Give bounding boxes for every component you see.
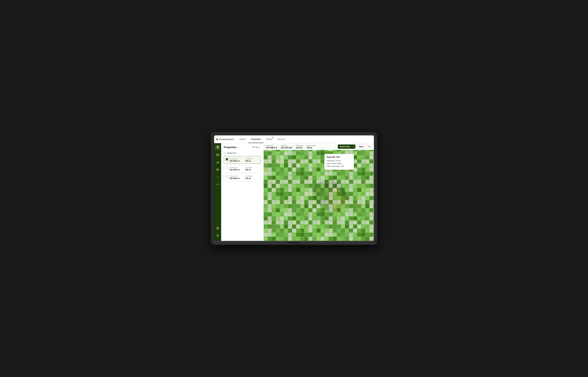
export-label: Export data: [338, 144, 352, 149]
property-id-label-1: Property ID: [230, 158, 243, 160]
sidebar-icon-trend[interactable]: [215, 182, 220, 187]
nav-tabs: Search Properties Basket Account: [237, 135, 288, 143]
screen: ✿ Forest Scout ® Search Properties Baske…: [214, 135, 374, 241]
svg-rect-1: [218, 154, 219, 155]
properties-title: Properties: [224, 146, 236, 149]
tab-search[interactable]: Search: [237, 135, 248, 143]
logo-area: ✿ Forest Scout ®: [216, 138, 237, 141]
stand-tooltip-stem-count: Stem count: 365/ha: [327, 162, 352, 165]
map-info-bar: Cadastral 316-408-5-3 Property 123-123-1…: [264, 143, 374, 150]
basket-badge: [272, 137, 274, 138]
laptop-notch: [288, 242, 300, 243]
property-list: Property ID Coverage 316-408-5-3 736 ha …: [221, 155, 264, 241]
property-id-value-3: 316-408-5-3: [230, 177, 243, 179]
filters-button[interactable]: Filters: [251, 145, 261, 149]
forest-area-label: Forest area: [307, 145, 315, 146]
filter-icon: [252, 146, 254, 148]
cadastral-value: 316-408-5-3: [266, 146, 277, 149]
sidebar-icons: [214, 143, 221, 241]
close-button[interactable]: ✕: [367, 144, 372, 149]
property-data-2: Property ID Coverage 316-408-5-3 736 ha: [230, 166, 259, 171]
stand-tooltip-title: Stand ID: 124: [327, 156, 352, 158]
property-data-3: Property ID Coverage 316-408-5-3 736 ha: [230, 175, 259, 179]
coverage-label-3: Coverage: [245, 175, 259, 177]
svg-rect-4: [217, 162, 217, 163]
svg-rect-3: [218, 155, 219, 156]
info-property: Property 123-123-123: [281, 145, 292, 149]
map-area[interactable]: Cadastral 316-408-5-3 Property 123-123-1…: [264, 143, 374, 241]
sidebar-icon-user[interactable]: [215, 233, 220, 238]
laptop-base: [214, 241, 374, 245]
svg-rect-0: [217, 154, 218, 155]
total-area-value: 123 ha: [296, 146, 303, 149]
property-checkbox-2[interactable]: [226, 167, 228, 169]
sidebar-icon-layers[interactable]: [215, 167, 220, 172]
sidebar-icon-grid[interactable]: [215, 153, 220, 157]
property-item-2[interactable]: Property ID Coverage 316-408-5-3 736 ha: [224, 165, 261, 172]
coverage-value-1: 736 ha: [245, 160, 259, 162]
select-all-checkbox[interactable]: [224, 152, 226, 154]
export-dropdown-arrow[interactable]: ▾: [352, 144, 355, 149]
properties-header: Properties Filters: [221, 143, 264, 151]
sidebar-icon-building[interactable]: [215, 226, 220, 231]
sidebar-icon-chart[interactable]: [215, 160, 220, 165]
property-id-value-1: 316-408-5-3: [230, 160, 243, 162]
select-all-label: Select all: [227, 152, 236, 154]
property-checkbox-3[interactable]: [226, 176, 228, 178]
svg-point-8: [217, 235, 218, 236]
app-title: Forest Scout ®: [219, 138, 234, 141]
property-id-value-2: 316-408-5-3: [230, 169, 243, 171]
tab-basket[interactable]: Basket: [264, 135, 275, 143]
property-data-1: Property ID Coverage 316-408-5-3 736 ha: [230, 158, 259, 162]
top-nav: ✿ Forest Scout ® Search Properties Baske…: [214, 135, 374, 143]
property-checkbox-1[interactable]: [226, 158, 228, 160]
tab-account[interactable]: Account: [275, 135, 288, 143]
property-label: Property: [281, 145, 292, 146]
divider: [218, 219, 218, 222]
properties-panel: Properties Filters Select all: [221, 143, 264, 241]
sidebar-icon-seedling[interactable]: [215, 175, 220, 179]
coverage-label-2: Coverage: [245, 166, 259, 168]
svg-rect-5: [218, 162, 218, 163]
tab-properties[interactable]: Properties: [248, 135, 264, 143]
map-actions: Export data ▾ Open ✕: [338, 144, 372, 149]
export-button[interactable]: Export data ▾: [338, 144, 355, 149]
property-id-label-2: Property ID: [230, 166, 243, 168]
stand-tooltip: Stand ID: 124 Total area: 123 ha Stem co…: [324, 154, 354, 170]
main-content: Properties Filters Select all: [214, 143, 374, 241]
svg-rect-2: [217, 155, 218, 156]
stand-tooltip-total-area: Total area: 123 ha: [327, 159, 352, 162]
info-forest-area: Forest area 89 ha: [307, 145, 315, 149]
map-canvas: [264, 143, 374, 241]
logo-icon: ✿: [216, 138, 218, 141]
info-cadastral: Cadastral 316-408-5-3: [266, 145, 277, 149]
coverage-value-2: 736 ha: [245, 169, 259, 171]
svg-rect-6: [218, 161, 219, 163]
forest-area-value: 89 ha: [307, 146, 315, 149]
total-area-label: Total area: [296, 145, 303, 146]
check-icon: [226, 159, 228, 160]
cadastral-label: Cadastral: [266, 145, 277, 146]
stand-tooltip-other-info: Other information: 223: [327, 165, 352, 168]
sidebar-icon-plant[interactable]: [215, 145, 220, 150]
laptop-frame: ✿ Forest Scout ® Search Properties Baske…: [211, 132, 377, 245]
property-value: 123-123-123: [281, 146, 292, 149]
coverage-label-1: Coverage: [245, 158, 259, 160]
property-item-1[interactable]: Property ID Coverage 316-408-5-3 736 ha: [224, 156, 261, 164]
open-button[interactable]: Open: [357, 144, 366, 149]
coverage-value-3: 736 ha: [245, 177, 259, 179]
info-total-area: Total area 123 ha: [296, 145, 303, 149]
property-id-label-3: Property ID: [230, 175, 243, 177]
select-all-row: Select all: [221, 151, 264, 155]
property-item-3[interactable]: Property ID Coverage 316-408-5-3 736 ha: [224, 174, 261, 181]
